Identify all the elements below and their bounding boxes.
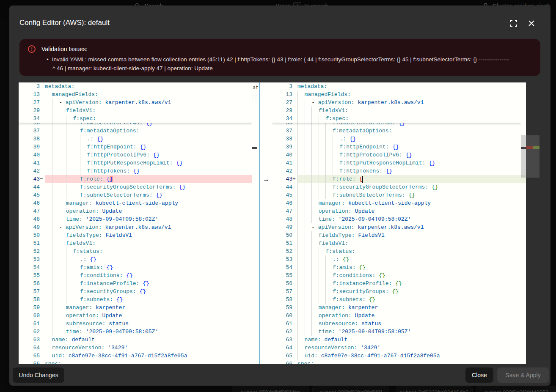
code-line[interactable]: 13managedFields:: [19, 90, 252, 99]
code-line[interactable]: 50fieldsType: FieldsV1: [19, 231, 252, 239]
close-icon[interactable]: [526, 18, 537, 28]
code-line[interactable]: 52f:status:: [272, 247, 521, 255]
code-line[interactable]: 41f:httpPutResponseHopLimit: {}: [19, 159, 252, 167]
code-line[interactable]: 34f:spec:: [272, 115, 521, 123]
code-line[interactable]: 47operation: Update: [19, 207, 252, 215]
diff-sign: [40, 271, 45, 280]
code-line[interactable]: 37f:metadataOptions:: [272, 127, 521, 135]
code-line[interactable]: 63name: default: [19, 336, 252, 344]
code-line[interactable]: 64resourceVersion: '3429': [272, 344, 521, 352]
code-text: f:instanceProfile: {}: [297, 280, 521, 288]
code-line[interactable]: 3metadata:: [19, 82, 252, 90]
revert-change-arrow-icon[interactable]: →: [261, 175, 271, 183]
code-line[interactable]: 50fieldsType: FieldsV1: [272, 231, 521, 239]
code-line[interactable]: 63name: default: [272, 336, 521, 344]
code-line[interactable]: 56f:instanceProfile: {}: [272, 280, 521, 288]
diff-sash[interactable]: →: [259, 82, 273, 364]
overview-deleted-mark: [526, 146, 533, 149]
code-line[interactable]: 60operation: Update: [272, 312, 521, 320]
code-line[interactable]: 44f:securityGroupSelectorTerms: {}: [19, 183, 252, 191]
code-line[interactable]: 58f:subnets: {}: [272, 296, 521, 304]
code-line[interactable]: 54f:amis: {}: [19, 263, 252, 271]
code-line[interactable]: 62time: '2025-09-04T09:58:05Z': [19, 328, 252, 336]
code-line[interactable]: 48time: '2025-09-04T09:58:02Z': [272, 215, 521, 223]
code-line[interactable]: 29fieldsV1:: [272, 107, 521, 115]
code-line[interactable]: 64resourceVersion: '3429': [19, 344, 252, 352]
code-text: f:httpEndpoint: {}: [45, 143, 252, 151]
code-line[interactable]: 45f:subnetSelectorTerms: {}: [19, 191, 252, 199]
code-line[interactable]: 41f:httpPutResponseHopLimit: {}: [272, 159, 521, 167]
code-line[interactable]: 57f:securityGroups: {}: [272, 288, 521, 296]
bullet: •: [47, 56, 49, 63]
diff-sign: [40, 344, 45, 352]
close-button[interactable]: Close: [465, 367, 493, 383]
code-line[interactable]: 65uid: c8afe97e-38cc-4f91-a767-d15f2a8fe…: [272, 352, 521, 360]
code-line[interactable]: 39f:httpEndpoint: {}: [19, 143, 252, 151]
code-line[interactable]: 42f:httpTokens: {}: [19, 167, 252, 175]
code-line[interactable]: 43−f:role: {}: [19, 175, 252, 183]
code-line[interactable]: 55f:conditions: {}: [272, 271, 521, 280]
code-line[interactable]: 60operation: Update: [19, 312, 252, 320]
line-number: 44: [19, 183, 40, 191]
scrollbar-thumb[interactable]: [521, 135, 526, 178]
code-line[interactable]: 48time: '2025-09-04T09:58:02Z': [19, 215, 252, 223]
code-line[interactable]: 61subresource: status: [272, 320, 521, 328]
fullscreen-icon[interactable]: [509, 18, 519, 28]
code-line[interactable]: 47operation: Update: [272, 207, 521, 215]
diff-sign: [292, 296, 297, 304]
code-line[interactable]: 58f:subnets: {}: [19, 296, 252, 304]
code-line[interactable]: 51fieldsV1:: [19, 239, 252, 247]
diff-sign: [40, 263, 45, 271]
code-line[interactable]: 66spec:: [272, 360, 521, 364]
line-number: 43: [19, 175, 40, 183]
code-text: f:httpProtocolIPv6: {}: [45, 151, 252, 159]
code-line[interactable]: 55f:conditions: {}: [19, 271, 252, 280]
code-line[interactable]: 27- apiVersion: karpenter.k8s.aws/v1: [272, 99, 521, 107]
code-line[interactable]: 61subresource: status: [19, 320, 252, 328]
code-text: f:httpTokens: {}: [45, 167, 252, 175]
code-text: subresource: status: [297, 320, 521, 328]
diff-sign: [40, 90, 45, 99]
code-line[interactable]: 57f:securityGroups: {}: [19, 288, 252, 296]
code-line[interactable]: 27- apiVersion: karpenter.k8s.aws/v1: [19, 99, 252, 107]
modified-scrollbar[interactable]: [521, 82, 526, 364]
diff-modified-pane[interactable]: 36f:amiSelectorTerms: {}37f:metadataOpti…: [272, 82, 521, 364]
code-line[interactable]: 45f:subnetSelectorTerms: {}: [272, 191, 521, 199]
code-line[interactable]: 40f:httpProtocolIPv6: {}: [19, 151, 252, 159]
code-line[interactable]: 43+f:role: {: [272, 175, 521, 183]
code-line[interactable]: 53.: {}: [19, 255, 252, 263]
code-line[interactable]: 49- apiVersion: karpenter.k8s.aws/v1: [272, 223, 521, 231]
save-apply-button[interactable]: Save & Apply: [497, 367, 549, 383]
code-line[interactable]: 38.: {}: [19, 135, 252, 143]
code-line[interactable]: 37f:metadataOptions:: [19, 127, 252, 135]
code-line[interactable]: 66spec:: [19, 360, 252, 364]
code-line[interactable]: 56f:instanceProfile: {}: [19, 280, 252, 288]
code-line[interactable]: 65uid: c8afe97e-38cc-4f91-a767-d15f2a8fe…: [19, 352, 252, 360]
code-line[interactable]: 46manager: kubectl-client-side-apply: [272, 199, 521, 207]
code-line[interactable]: 38.: {}: [272, 135, 521, 143]
code-line[interactable]: 54f:amis: {}: [272, 263, 521, 271]
code-line[interactable]: 51fieldsV1:: [272, 239, 521, 247]
code-line[interactable]: 13managedFields:: [272, 90, 521, 99]
code-line[interactable]: 42f:httpTokens: {}: [272, 167, 521, 175]
code-line[interactable]: 46manager: kubectl-client-side-apply: [19, 199, 252, 207]
code-line[interactable]: 49- apiVersion: karpenter.k8s.aws/v1: [19, 223, 252, 231]
diff-original-pane[interactable]: 36f:amiSelectorTerms: {}37f:metadataOpti…: [19, 82, 252, 364]
code-line[interactable]: 39f:httpEndpoint: {}: [272, 143, 521, 151]
code-line[interactable]: 3metadata:: [272, 82, 521, 90]
code-line[interactable]: 29fieldsV1:: [19, 107, 252, 115]
code-line[interactable]: 53.: {}: [272, 255, 521, 263]
code-line[interactable]: 34f:spec:: [19, 115, 252, 123]
original-scrollbar[interactable]: at: [252, 82, 259, 364]
code-line[interactable]: 52f:status:: [19, 247, 252, 255]
code-line[interactable]: 40f:httpProtocolIPv6: {}: [272, 151, 521, 159]
undo-changes-button[interactable]: Undo Changes: [13, 367, 64, 383]
diff-overview-ruler[interactable]: [526, 82, 539, 364]
code-line[interactable]: 62time: '2025-09-04T09:58:05Z': [272, 328, 521, 336]
code-line[interactable]: 59manager: karpenter: [19, 304, 252, 312]
code-text: f:subnetSelectorTerms: {}: [297, 191, 521, 199]
diff-sign: [292, 107, 297, 115]
code-line[interactable]: 59manager: karpenter: [272, 304, 521, 312]
code-text: - apiVersion: karpenter.k8s.aws/v1: [297, 99, 521, 107]
code-line[interactable]: 44f:securityGroupSelectorTerms: {}: [272, 183, 521, 191]
